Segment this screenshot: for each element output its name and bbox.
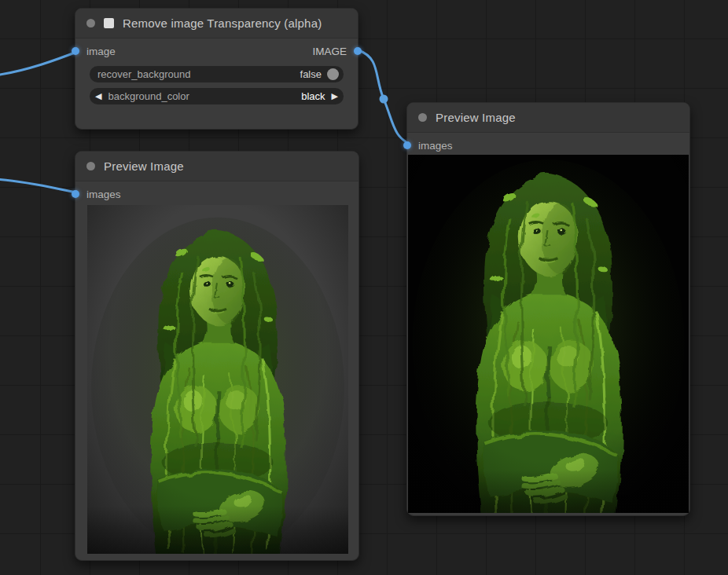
link-wire-into-images-input-left[interactable] [0,179,81,193]
link-wire-image-to-preview[interactable] [358,50,412,145]
slot-row: image IMAGE [75,42,358,60]
node-preview-image-right[interactable]: Preview Image images [406,102,690,516]
input-slot-label: image [86,46,116,57]
output-slot-label: IMAGE [312,46,347,57]
output-slot-image[interactable]: IMAGE [312,46,347,57]
node-graph-canvas[interactable]: Remove image Transparency (alpha) image … [0,0,728,575]
widget-background-color[interactable]: ◀ background_color black ▶ [90,88,344,104]
slot-row: images [75,185,358,203]
combo-right-arrow-icon[interactable]: ▶ [332,92,338,101]
node-box-icon [104,18,114,28]
node-title: Remove image Transparency (alpha) [123,16,322,30]
input-port-images[interactable] [403,141,411,149]
input-slot-image[interactable]: image [86,46,116,57]
collapse-dot-icon[interactable] [418,113,427,122]
node-title: Preview Image [436,111,516,124]
node-preview-image-left[interactable]: Preview Image images [75,151,359,561]
widget-label: background_color [108,90,189,102]
input-port-images[interactable] [72,190,79,198]
combo-left-arrow-icon[interactable]: ◀ [95,92,101,101]
green-figure-artwork [408,155,689,513]
toggle-knob-icon[interactable] [327,68,339,80]
widget-recover-background[interactable]: recover_background false [90,66,344,82]
node-remove-image-transparency[interactable]: Remove image Transparency (alpha) image … [75,8,358,130]
collapse-dot-icon[interactable] [86,162,95,170]
preview-image [87,205,348,554]
input-port-image[interactable] [72,47,79,55]
node-header[interactable]: Preview Image [407,103,689,133]
widget-label: recover_background [97,68,191,80]
input-slot-label: images [86,189,121,200]
widget-value: false [300,68,322,80]
collapse-dot-icon[interactable] [86,19,95,27]
link-wire-into-image-input[interactable] [0,50,81,75]
node-header[interactable]: Remove image Transparency (alpha) [75,9,358,38]
output-port-image[interactable] [354,47,362,55]
node-title: Preview Image [104,159,184,173]
input-slot-label: images [418,140,453,152]
widget-value: black [301,90,325,102]
input-slot-images[interactable]: images [86,189,121,200]
preview-image [408,155,689,513]
green-figure-artwork [87,205,348,554]
input-slot-images[interactable]: images [418,140,453,152]
slot-row: images [407,136,689,155]
node-header[interactable]: Preview Image [75,152,358,181]
